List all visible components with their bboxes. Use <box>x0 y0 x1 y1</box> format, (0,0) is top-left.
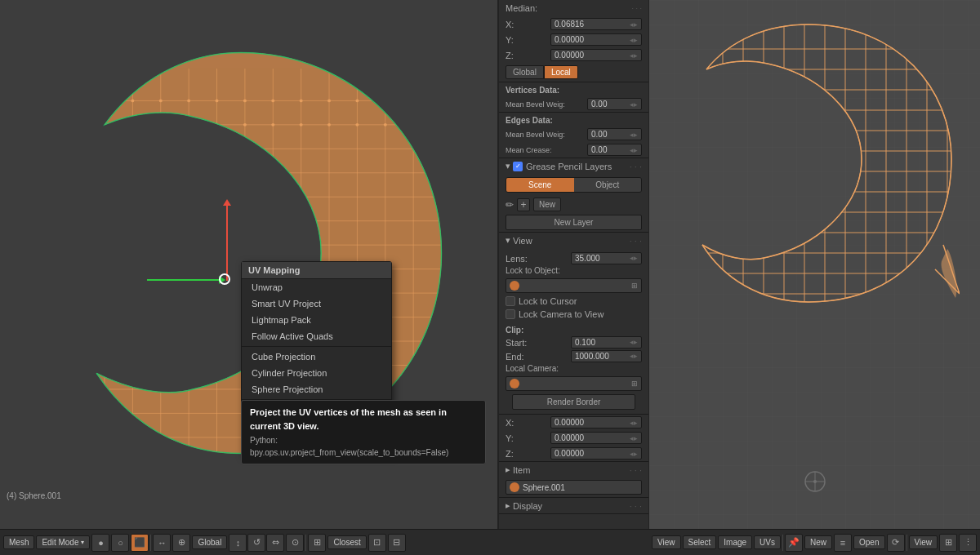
local-button[interactable]: Local <box>544 65 578 79</box>
render-border-button[interactable]: Render Border <box>512 394 635 410</box>
new-layer-button[interactable]: New Layer <box>506 215 642 230</box>
svg-point-32 <box>216 99 219 102</box>
uvs-menu[interactable]: UVs <box>754 535 781 549</box>
local-camera-input[interactable]: ⊞ <box>506 375 642 393</box>
sphere-name-field[interactable]: Sphere.001 <box>506 480 642 495</box>
lock-cursor-checkbox[interactable] <box>506 296 515 306</box>
median-x-field[interactable]: X: 0.06816 ◂▸ <box>499 16 648 32</box>
svg-point-49 <box>412 123 415 127</box>
menu-item-lightmap[interactable]: Lightmap Pack <box>242 312 391 328</box>
menu-item-follow-active[interactable]: Follow Active Quads <box>242 328 391 344</box>
xyz-y-field[interactable]: Y: 0.00000 ◂▸ <box>499 430 648 446</box>
item-header[interactable]: ▸ Item · · · <box>499 462 648 477</box>
overlay-1[interactable]: ⊡ <box>368 534 386 552</box>
edge-mean-bevel-field[interactable]: Mean Bevel Weig: 0.00 ◂▸ <box>499 127 648 142</box>
svg-point-34 <box>271 99 274 102</box>
select-menu[interactable]: Select <box>683 535 717 549</box>
svg-point-35 <box>300 99 303 102</box>
global-dropdown[interactable]: Global <box>192 535 227 549</box>
clip-end-field[interactable]: End: 1000.000 ◂▸ <box>506 350 642 362</box>
properties-panel: Median: · · · X: 0.06816 ◂▸ Y: 0.00000 ◂… <box>498 0 649 529</box>
overlay-2[interactable]: ⊟ <box>388 534 406 552</box>
menu-item-cube[interactable]: Cube Projection <box>242 349 391 365</box>
view-menu-uv[interactable]: View <box>909 535 938 549</box>
context-menu-title: UV Mapping <box>242 262 391 279</box>
xyz-z-field[interactable]: Z: 0.00000 ◂▸ <box>499 446 648 461</box>
lens-field[interactable]: Lens: 35.000 ◂▸ <box>506 252 642 264</box>
grease-pencil-section: ▾ ✓ Grease Pencil Layers · · · Scene Obj… <box>499 158 648 233</box>
edit-mode-dropdown[interactable]: Edit Mode ▾ <box>36 535 90 549</box>
uv-editor-viewport <box>649 0 980 529</box>
menu-item-cylinder[interactable]: Cylinder Projection <box>242 365 391 381</box>
xyz-x-field[interactable]: X: 0.00000 ◂▸ <box>499 415 648 430</box>
svg-point-39 <box>131 123 134 127</box>
separator-2 <box>305 535 306 551</box>
pin-icon[interactable]: 📌 <box>785 534 803 552</box>
display-label: Display <box>513 501 542 511</box>
mesh-menu[interactable]: Mesh <box>3 535 34 549</box>
view-section-header[interactable]: ▾ View · · · <box>499 233 648 248</box>
reload-icon[interactable]: ⟳ <box>887 534 905 552</box>
svg-point-46 <box>327 123 331 127</box>
transform-icon[interactable]: ↔ <box>153 534 171 552</box>
lock-to-object-input[interactable]: ⊞ <box>506 277 642 295</box>
tooltip: Project the UV vertices of the mesh as s… <box>241 400 486 464</box>
xyz-coords-section: X: 0.00000 ◂▸ Y: 0.00000 ◂▸ Z: 0.00000 ◂… <box>499 415 648 462</box>
clip-start-field[interactable]: Start: 0.100 ◂▸ <box>506 336 642 349</box>
tooltip-python: Python: bpy.ops.uv.project_from_view(sca… <box>250 434 477 459</box>
item-section: ▸ Item · · · Sphere.001 <box>499 462 648 498</box>
mean-bevel-weig-field[interactable]: Mean Bevel Weig: 0.00 ◂▸ <box>499 96 648 112</box>
image-menu[interactable]: Image <box>718 535 752 549</box>
svg-point-48 <box>384 123 387 127</box>
y-axis <box>226 204 228 281</box>
scale-icon[interactable]: ⇔ <box>266 534 284 552</box>
menu-item-smart-uv[interactable]: Smart UV Project <box>242 295 391 312</box>
snap-icon[interactable]: ⊕ <box>172 534 190 552</box>
svg-point-29 <box>131 99 134 102</box>
lock-to-cursor-row[interactable]: Lock to Cursor <box>506 295 642 308</box>
sphere-icon <box>510 482 519 492</box>
proportional-edit[interactable]: ⊙ <box>286 534 304 552</box>
coord-system-buttons: Global Local <box>499 63 648 82</box>
view-fields: Lens: 35.000 ◂▸ Lock to Object: ⊞ <box>499 248 648 323</box>
right-toolbar: View Select Image UVs 📌 New ≡ Open ⟳ Vie… <box>652 534 977 552</box>
rotate-icon[interactable]: ↺ <box>247 534 265 552</box>
scene-tab[interactable]: Scene <box>506 178 574 192</box>
transform-mode-icons: ↕ ↺ ⇔ <box>229 534 284 552</box>
lock-obj-icon <box>510 281 519 291</box>
menu-item-sphere[interactable]: Sphere Projection <box>242 381 391 397</box>
viewport-shade-3[interactable]: ⬛ <box>131 534 149 552</box>
object-tab[interactable]: Object <box>574 178 642 192</box>
grease-pencil-label: Grease Pencil Layers <box>526 162 612 171</box>
lock-camera-view-row[interactable]: Lock Camera to View <box>506 308 642 321</box>
lock-to-object-label-row: Lock to Object: <box>506 266 642 275</box>
menu-separator-1 <box>242 346 391 347</box>
lock-camera-checkbox[interactable] <box>506 309 515 319</box>
pencil-icon: ✏ <box>506 199 514 211</box>
display-header[interactable]: ▸ Display · · · <box>499 498 648 513</box>
global-button[interactable]: Global <box>506 65 544 79</box>
median-z-field[interactable]: Z: 0.00000 ◂▸ <box>499 47 648 63</box>
more-icon[interactable]: ⋮ <box>959 534 977 552</box>
svg-point-28 <box>103 99 106 102</box>
menu-item-unwrap[interactable]: Unwrap <box>242 279 391 295</box>
add-layer-button[interactable]: + <box>517 198 530 211</box>
new-button[interactable]: New <box>533 198 561 211</box>
mode-icons: ● ○ ⬛ <box>91 534 149 552</box>
svg-point-33 <box>243 99 247 102</box>
viewport-shade-1[interactable]: ● <box>91 534 109 552</box>
open-button[interactable]: Open <box>853 535 884 549</box>
mean-crease-field[interactable]: Mean Crease: 0.00 ◂▸ <box>499 142 648 158</box>
closest-snap[interactable]: Closest <box>327 535 366 549</box>
svg-point-41 <box>187 123 190 127</box>
viewport-shade-2[interactable]: ○ <box>111 534 129 552</box>
grid-icon[interactable]: ⊞ <box>939 534 957 552</box>
new-image-button[interactable]: New <box>804 535 832 549</box>
median-y-field[interactable]: Y: 0.00000 ◂▸ <box>499 32 648 47</box>
view-menu-right[interactable]: View <box>652 535 681 549</box>
move-icon[interactable]: ↕ <box>229 534 247 552</box>
grease-pencil-header[interactable]: ▾ ✓ Grease Pencil Layers · · · <box>499 158 648 174</box>
grease-pencil-checkbox[interactable]: ✓ <box>513 162 523 171</box>
snap-toggle[interactable]: ⊞ <box>308 534 326 552</box>
image-list-icon[interactable]: ≡ <box>834 534 852 552</box>
